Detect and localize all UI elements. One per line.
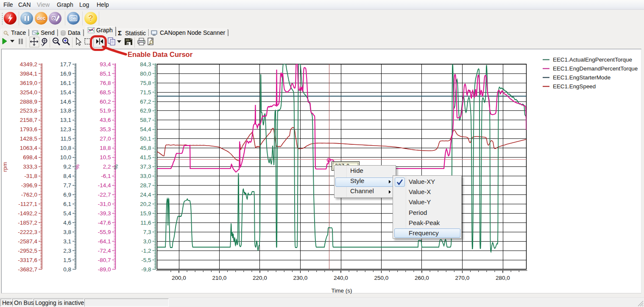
svg-text:41,5: 41,5: [140, 154, 151, 161]
svg-text:8,4: 8,4: [63, 173, 71, 179]
svg-text:-31,8: -31,8: [24, 173, 37, 179]
svg-text:62,9: 62,9: [140, 107, 151, 114]
svg-text:80,0: 80,0: [140, 70, 151, 77]
svg-text:-72,4: -72,4: [98, 248, 111, 254]
svg-text:1793,6: 1793,6: [20, 126, 37, 132]
svg-text:-1127,1: -1127,1: [18, 201, 37, 207]
svg-text:210,0: 210,0: [212, 275, 227, 281]
svg-text:35,3: 35,3: [100, 126, 111, 132]
svg-text:9,2: 9,2: [63, 163, 71, 170]
svg-text:85,1: 85,1: [100, 70, 111, 77]
svg-text:7,7: 7,7: [63, 182, 71, 189]
svg-text:Time (s): Time (s): [332, 287, 352, 294]
svg-text:24,4: 24,4: [140, 192, 151, 198]
svg-text:-5,5: -5,5: [141, 257, 151, 263]
svg-text:240,0: 240,0: [334, 275, 348, 281]
svg-text:2888,9: 2888,9: [20, 99, 37, 105]
svg-text:5,4: 5,4: [63, 210, 71, 217]
svg-text:1063,4: 1063,4: [20, 145, 38, 151]
svg-text:-1492,2: -1492,2: [18, 210, 37, 217]
svg-text:%: %: [113, 164, 119, 169]
svg-text:-9,8: -9,8: [141, 266, 151, 273]
svg-text:3984,1: 3984,1: [20, 70, 37, 77]
svg-text:EEC1.EngStarterMode: EEC1.EngStarterMode: [553, 74, 611, 81]
svg-text:58,7: 58,7: [140, 117, 151, 123]
svg-text:50,1: 50,1: [140, 135, 151, 142]
svg-text:270,0: 270,0: [455, 275, 470, 281]
svg-text:6,9: 6,9: [63, 192, 71, 198]
svg-text:16,1: 16,1: [60, 80, 71, 86]
svg-text:-3317,6: -3317,6: [18, 257, 37, 263]
svg-text:-31,0: -31,0: [98, 201, 111, 207]
svg-text:DB: DB: [70, 16, 76, 21]
svg-text:2,3: 2,3: [63, 248, 71, 254]
svg-text:280,0: 280,0: [496, 275, 510, 281]
svg-text:13,1: 13,1: [60, 117, 71, 123]
svg-text:-3682,7: -3682,7: [18, 266, 37, 273]
svg-text:rpm: rpm: [2, 162, 8, 172]
svg-text:3,8: 3,8: [63, 229, 71, 235]
svg-text:93,4: 93,4: [100, 61, 111, 68]
svg-text:-39,3: -39,3: [98, 210, 111, 217]
svg-text:-1,2: -1,2: [141, 248, 151, 254]
svg-text:3619,0: 3619,0: [20, 80, 37, 86]
svg-text:60,2: 60,2: [100, 99, 111, 105]
svg-text:-396,9: -396,9: [21, 182, 37, 189]
svg-text:84,3: 84,3: [140, 61, 151, 68]
svg-text:11,5: 11,5: [61, 135, 71, 142]
svg-text:10,0: 10,0: [60, 154, 71, 161]
svg-text:43,6: 43,6: [100, 117, 111, 123]
svg-text:0,8: 0,8: [63, 266, 71, 273]
svg-text:333,3: 333,3: [23, 163, 37, 170]
svg-text:%: %: [74, 164, 81, 169]
svg-text:-89,0: -89,0: [98, 266, 111, 273]
svg-text:1,5: 1,5: [63, 257, 71, 263]
svg-text:15,4: 15,4: [60, 89, 72, 96]
svg-text:D: D: [52, 16, 55, 20]
svg-text:20,2: 20,2: [140, 201, 151, 207]
svg-text:200,0: 200,0: [172, 275, 186, 281]
svg-text:28,7: 28,7: [140, 182, 151, 189]
svg-text:-2587,4: -2587,4: [18, 238, 37, 245]
svg-text:-762,0: -762,0: [21, 192, 37, 198]
svg-text:45,8: 45,8: [140, 145, 151, 151]
svg-text:2,2: 2,2: [103, 163, 111, 170]
svg-text:12,3: 12,3: [60, 126, 71, 132]
svg-text:1428,5: 1428,5: [20, 135, 37, 142]
svg-text:-47,6: -47,6: [98, 220, 111, 226]
svg-text:75,8: 75,8: [140, 80, 151, 86]
svg-text:260,0: 260,0: [415, 275, 429, 281]
svg-text:54,4: 54,4: [140, 126, 151, 132]
svg-text:2523,8: 2523,8: [20, 107, 37, 114]
svg-text:-22,7: -22,7: [98, 192, 111, 198]
svg-text:2158,7: 2158,7: [20, 117, 37, 123]
svg-text:3254,0: 3254,0: [20, 89, 37, 96]
svg-text:76,8: 76,8: [100, 80, 111, 86]
svg-text:10,8: 10,8: [60, 145, 71, 151]
svg-text:250,0: 250,0: [374, 275, 389, 281]
svg-text:33,0: 33,0: [140, 173, 151, 179]
svg-text:27,0: 27,0: [100, 135, 111, 142]
svg-text:18,8: 18,8: [100, 145, 111, 151]
svg-text:3,0: 3,0: [143, 238, 151, 245]
svg-text:16,9: 16,9: [60, 70, 71, 77]
svg-text:68,5: 68,5: [100, 89, 111, 96]
svg-text:-14,4: -14,4: [98, 182, 111, 189]
svg-text:EEC1.EngSpeed: EEC1.EngSpeed: [553, 83, 596, 90]
svg-text:EEC1.EngDemandPercentTorque: EEC1.EngDemandPercentTorque: [553, 65, 638, 72]
svg-text:37,3: 37,3: [140, 163, 151, 170]
svg-text:698,4: 698,4: [23, 154, 37, 161]
svg-text:6,1: 6,1: [63, 201, 71, 207]
svg-text:3,1: 3,1: [63, 238, 71, 245]
svg-text:-55,9: -55,9: [98, 229, 111, 235]
svg-text:-64,1: -64,1: [98, 238, 111, 245]
svg-text:14,6: 14,6: [60, 99, 71, 105]
svg-text:EEC1.ActualEngPercentTorque: EEC1.ActualEngPercentTorque: [553, 56, 632, 63]
svg-text:230,0: 230,0: [293, 275, 308, 281]
svg-text:11,6: 11,6: [140, 220, 151, 226]
svg-text:-2222,3: -2222,3: [18, 229, 37, 235]
svg-text:71,5: 71,5: [140, 89, 151, 96]
svg-text:4,6: 4,6: [63, 220, 71, 226]
svg-text:13,8: 13,8: [60, 107, 71, 114]
svg-text:17,7: 17,7: [60, 61, 71, 68]
